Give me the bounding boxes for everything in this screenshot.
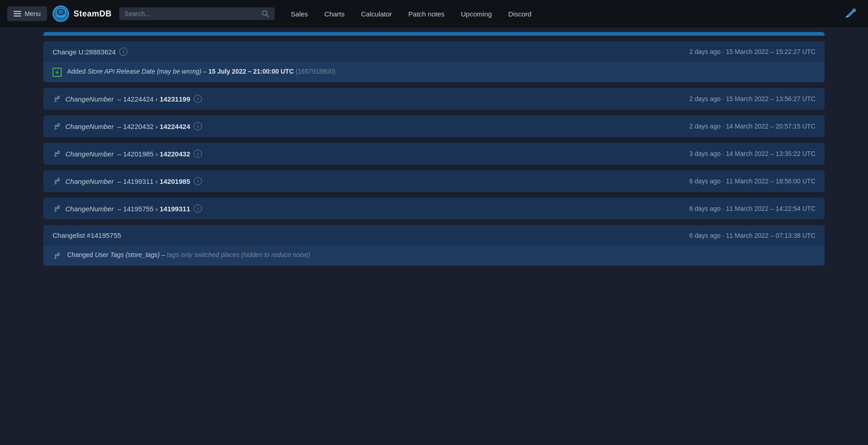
changenumber-icon-5 xyxy=(53,204,62,213)
change-header-left-1: ChangeNumber – 14224424 › 14231199 i xyxy=(53,94,202,103)
change-header-right-1: 2 days ago · 15 March 2022 – 13:56:27 UT… xyxy=(689,95,815,102)
change-body-6: Changed User Tags (store_tags) – tags on… xyxy=(43,246,825,266)
nav-discord[interactable]: Discord xyxy=(501,6,539,21)
change-header-right-4: 6 days ago · 11 March 2022 – 18:56:00 UT… xyxy=(689,177,815,185)
info-icon-2[interactable]: i xyxy=(194,122,202,130)
change-header-left-2: ChangeNumber – 14220432 › 14224424 i xyxy=(53,122,202,131)
nav-calculator[interactable]: Calculator xyxy=(354,6,399,21)
search-button[interactable] xyxy=(262,10,269,17)
changelist-label: Changelist #14195755 xyxy=(53,231,121,239)
info-icon-5[interactable]: i xyxy=(194,204,202,213)
info-icon-1[interactable]: i xyxy=(194,95,202,103)
changenumber-label-4: ChangeNumber xyxy=(65,177,114,185)
change-header-right-5: 6 days ago · 11 March 2022 – 14:22:54 UT… xyxy=(689,205,815,212)
nav-charts[interactable]: Charts xyxy=(317,6,352,21)
search-icon xyxy=(262,10,269,17)
logo[interactable]: SteamDB xyxy=(53,5,112,22)
change-entry-2: ChangeNumber – 14220432 › 14224424 i 2 d… xyxy=(43,115,825,137)
change-header-2: ChangeNumber – 14220432 › 14224424 i 2 d… xyxy=(43,115,825,137)
changelist-body-text-6: Changed User Tags (store_tags) – tags on… xyxy=(67,251,310,258)
changenumber-range-1: – 14224424 › 14231199 xyxy=(117,95,190,103)
menu-button[interactable]: Menu xyxy=(7,6,47,21)
logo-text: SteamDB xyxy=(74,9,112,19)
search-container xyxy=(119,7,275,20)
change-header-3: ChangeNumber – 14201985 › 14220432 i 3 d… xyxy=(43,143,825,165)
main-content: Change U:28883624 i 2 days ago · 15 Marc… xyxy=(0,27,868,266)
change-header-right-2: 2 days ago · 14 March 2022 – 20:57:15 UT… xyxy=(689,123,815,130)
nav-sales[interactable]: Sales xyxy=(284,6,316,21)
change-header-4: ChangeNumber – 14199311 › 14201985 i 6 d… xyxy=(43,170,825,192)
change-header-0: Change U:28883624 i 2 days ago · 15 Marc… xyxy=(43,41,825,62)
changenumber-label-5: ChangeNumber xyxy=(65,205,114,213)
changenumber-range-2: – 14220432 › 14224424 xyxy=(117,123,190,130)
change-entry-0: Change U:28883624 i 2 days ago · 15 Marc… xyxy=(43,41,825,82)
changenumber-range-5: – 14195755 › 14199311 xyxy=(117,205,190,213)
navbar: Menu SteamDB Sales Charts Calculator Pat… xyxy=(0,0,868,27)
change-entry-4: ChangeNumber – 14199311 › 14201985 i 6 d… xyxy=(43,170,825,192)
change-entry-6: Changelist #14195755 6 days ago · 11 Mar… xyxy=(43,225,825,266)
hamburger-icon xyxy=(14,11,21,16)
change-header-left-3: ChangeNumber – 14201985 › 14220432 i xyxy=(53,149,202,158)
changenumber-icon-4 xyxy=(53,177,62,186)
change-header-6: Changelist #14195755 6 days ago · 11 Mar… xyxy=(43,225,825,246)
changenumber-label-3: ChangeNumber xyxy=(65,150,114,158)
nav-upcoming[interactable]: Upcoming xyxy=(454,6,499,21)
info-icon-0[interactable]: i xyxy=(119,48,127,56)
change-body-0: + Added Store API Release Date (may be w… xyxy=(43,62,825,82)
top-bar-decoration xyxy=(43,32,825,36)
added-icon: + xyxy=(53,68,62,77)
change-header-left-4: ChangeNumber – 14199311 › 14201985 i xyxy=(53,177,202,186)
search-input[interactable] xyxy=(125,10,262,17)
changelist-body-icon xyxy=(53,251,62,260)
change-header-5: ChangeNumber – 14195755 › 14199311 i 6 d… xyxy=(43,198,825,220)
info-icon-4[interactable]: i xyxy=(194,177,202,185)
svg-point-2 xyxy=(58,10,64,14)
change-header-left-6: Changelist #14195755 xyxy=(53,231,121,239)
change-header-1: ChangeNumber – 14224424 › 14231199 i 2 d… xyxy=(43,88,825,110)
change-header-right-6: 6 days ago · 11 March 2022 – 07:13:38 UT… xyxy=(689,232,815,239)
changenumber-icon-1 xyxy=(53,94,62,103)
changenumber-range-3: – 14201985 › 14220432 xyxy=(117,150,190,158)
change-entry-1: ChangeNumber – 14224424 › 14231199 i 2 d… xyxy=(43,88,825,110)
change-entry-5: ChangeNumber – 14195755 › 14199311 i 6 d… xyxy=(43,198,825,220)
changenumber-label-2: ChangeNumber xyxy=(65,123,114,130)
nav-patch-notes[interactable]: Patch notes xyxy=(401,6,452,21)
changenumber-label-1: ChangeNumber xyxy=(65,95,114,103)
svg-line-4 xyxy=(266,15,269,17)
nav-links: Sales Charts Calculator Patch notes Upco… xyxy=(284,6,841,21)
change-u-label: Change U:28883624 xyxy=(53,48,116,56)
change-header-left-0: Change U:28883624 i xyxy=(53,48,127,56)
change-header-left-5: ChangeNumber – 14195755 › 14199311 i xyxy=(53,204,202,213)
changenumber-icon-2 xyxy=(53,122,62,131)
info-icon-3[interactable]: i xyxy=(194,150,202,158)
change-body-text-0: Added Store API Release Date (may be wro… xyxy=(67,68,335,75)
change-entry-3: ChangeNumber – 14201985 › 14220432 i 3 d… xyxy=(43,143,825,165)
changenumber-range-4: – 14199311 › 14201985 xyxy=(117,177,190,185)
edit-icon xyxy=(844,7,857,20)
logo-icon xyxy=(53,5,69,22)
changenumber-icon-3 xyxy=(53,149,62,158)
change-header-right-0: 2 days ago · 15 March 2022 – 15:22:27 UT… xyxy=(689,48,815,55)
change-header-right-3: 3 days ago · 14 March 2022 – 13:35:22 UT… xyxy=(689,150,815,157)
edit-icon-button[interactable] xyxy=(841,4,861,24)
menu-label: Menu xyxy=(25,10,41,17)
